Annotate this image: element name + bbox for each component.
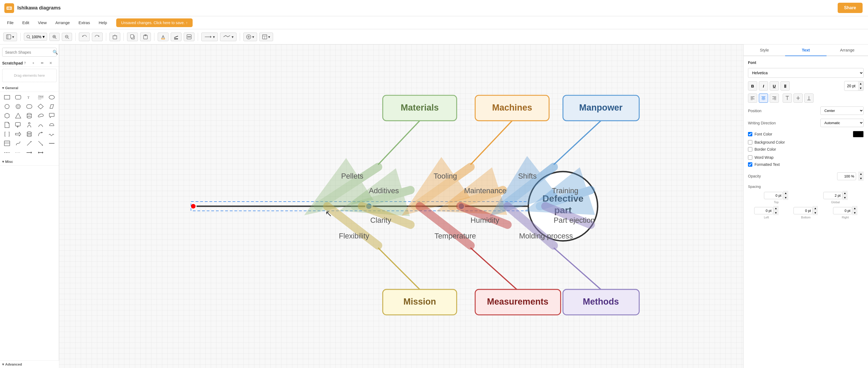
canvas-area[interactable]: Defective part Materials Pellets Additiv… bbox=[59, 44, 743, 368]
font-size-input[interactable] bbox=[844, 83, 858, 89]
handle-endpoint[interactable] bbox=[190, 204, 196, 209]
shape-triangle[interactable] bbox=[13, 111, 23, 120]
spacing-left-up[interactable]: ▲ bbox=[773, 206, 779, 211]
scratchpad-help-icon[interactable]: ? bbox=[23, 61, 31, 65]
menu-view[interactable]: View bbox=[34, 19, 51, 27]
misc-category[interactable]: ▾ Misc bbox=[0, 158, 59, 165]
shape-curved-arrow[interactable] bbox=[35, 130, 46, 139]
menu-edit[interactable]: Edit bbox=[19, 19, 33, 27]
shape-rounded-rect2[interactable] bbox=[24, 102, 35, 111]
general-category[interactable]: ▾ General bbox=[0, 84, 59, 92]
add-btn[interactable]: ▾ bbox=[243, 32, 257, 41]
delete-btn[interactable] bbox=[110, 32, 120, 41]
shape-cylinder[interactable] bbox=[24, 111, 35, 120]
opacity-up[interactable]: ▲ bbox=[858, 172, 864, 176]
paste-btn[interactable] bbox=[140, 32, 151, 41]
shape-person[interactable] bbox=[24, 121, 35, 129]
zoom-out-btn[interactable] bbox=[62, 33, 72, 41]
shape-rounded-rect[interactable] bbox=[13, 93, 23, 102]
shape-hexagon[interactable] bbox=[2, 111, 12, 120]
shape-arrow-right[interactable] bbox=[13, 130, 23, 139]
zoom-in-btn[interactable] bbox=[49, 33, 60, 41]
waypoint-btn[interactable]: ▾ bbox=[220, 32, 237, 41]
shape-cloud[interactable] bbox=[35, 111, 46, 120]
underline-btn[interactable]: U bbox=[770, 81, 779, 91]
valign-top-btn[interactable] bbox=[783, 93, 792, 103]
zoom-box[interactable]: 100% ▾ bbox=[24, 33, 47, 41]
valign-middle-btn[interactable] bbox=[794, 93, 803, 103]
spacing-global-up[interactable]: ▲ bbox=[842, 191, 848, 195]
shape-doc[interactable] bbox=[2, 121, 12, 129]
copy-btn[interactable] bbox=[127, 32, 138, 41]
font-size-up[interactable]: ▲ bbox=[858, 81, 863, 86]
shape-s-curve[interactable] bbox=[13, 139, 23, 148]
shape-list[interactable] bbox=[2, 139, 12, 148]
shape-rectangle[interactable] bbox=[2, 93, 12, 102]
align-right-btn[interactable] bbox=[770, 93, 779, 103]
share-button[interactable]: Share bbox=[838, 3, 863, 13]
spacing-top-up[interactable]: ▲ bbox=[783, 191, 788, 195]
spacing-left-down[interactable]: ▼ bbox=[773, 211, 779, 215]
opacity-down[interactable]: ▼ bbox=[858, 176, 864, 181]
shape-ellipse[interactable] bbox=[46, 93, 57, 102]
shape-database[interactable] bbox=[24, 130, 35, 139]
shape-circle[interactable] bbox=[2, 102, 12, 111]
spacing-right-input[interactable] bbox=[833, 207, 852, 214]
word-wrap-checkbox[interactable] bbox=[748, 155, 752, 160]
shape-dotted-line[interactable] bbox=[13, 148, 23, 157]
scratchpad-edit-icon[interactable]: ✏ bbox=[40, 61, 48, 65]
unsaved-changes-button[interactable]: Unsaved changes. Click here to save. ↑ bbox=[116, 19, 193, 27]
spacing-right-down[interactable]: ▼ bbox=[852, 211, 858, 215]
redo-btn[interactable] bbox=[92, 32, 103, 41]
undo-btn[interactable] bbox=[79, 32, 90, 41]
menu-file[interactable]: File bbox=[3, 19, 17, 27]
shape-square-brackets[interactable] bbox=[2, 130, 12, 139]
shape-diagonal-arrow[interactable] bbox=[24, 139, 35, 148]
shape-arc[interactable] bbox=[35, 121, 46, 129]
search-shapes-container[interactable]: 🔍 bbox=[2, 48, 57, 57]
spacing-left-input[interactable] bbox=[754, 207, 773, 214]
align-center-btn[interactable] bbox=[759, 93, 768, 103]
fill-color-btn[interactable] bbox=[158, 32, 168, 41]
bold-btn[interactable]: B bbox=[748, 81, 757, 91]
spacing-bottom-up[interactable]: ▲ bbox=[812, 206, 818, 211]
spacing-global-input[interactable] bbox=[823, 192, 842, 199]
menu-extras[interactable]: Extras bbox=[75, 19, 94, 27]
shape-callout[interactable] bbox=[13, 121, 23, 129]
tab-arrange[interactable]: Arrange bbox=[827, 44, 868, 56]
writing-direction-select[interactable]: Automatic bbox=[820, 119, 864, 127]
font-size-down[interactable]: ▼ bbox=[858, 86, 863, 91]
sidebar-toggle[interactable]: ▾ bbox=[3, 32, 17, 41]
tab-style[interactable]: Style bbox=[744, 44, 785, 56]
table-btn[interactable]: ▾ bbox=[259, 32, 273, 41]
shape-heading[interactable]: Headtext bbox=[35, 93, 46, 102]
shape-line[interactable] bbox=[46, 139, 57, 148]
shape-dashed-line[interactable] bbox=[2, 148, 12, 157]
font-color-checkbox[interactable] bbox=[748, 132, 752, 136]
menu-arrange[interactable]: Arrange bbox=[52, 19, 73, 27]
shape-diagonal-arrow2[interactable] bbox=[35, 139, 46, 148]
tab-text[interactable]: Text bbox=[785, 44, 827, 56]
spacing-bottom-down[interactable]: ▼ bbox=[812, 211, 818, 215]
formatted-text-checkbox[interactable] bbox=[748, 162, 752, 167]
spacing-top-input[interactable] bbox=[764, 192, 783, 199]
align-left-btn[interactable] bbox=[748, 93, 757, 103]
shape-half-circle[interactable] bbox=[46, 121, 57, 129]
spacing-global-down[interactable]: ▼ bbox=[842, 195, 848, 200]
italic-btn[interactable]: I bbox=[759, 81, 768, 91]
opacity-input[interactable] bbox=[837, 172, 856, 180]
format-btn[interactable] bbox=[184, 32, 194, 41]
scratchpad-add-icon[interactable]: + bbox=[31, 61, 39, 65]
shape-wave[interactable] bbox=[46, 130, 57, 139]
shape-double-arrow[interactable] bbox=[35, 148, 46, 157]
strikethrough-btn[interactable]: ||| bbox=[780, 81, 790, 91]
spacing-top-down[interactable]: ▼ bbox=[783, 195, 788, 200]
shape-diamond[interactable] bbox=[35, 102, 46, 111]
search-shapes-input[interactable] bbox=[5, 50, 53, 55]
shape-parallelogram[interactable] bbox=[46, 102, 57, 111]
shape-arrow-line[interactable] bbox=[24, 148, 35, 157]
scratchpad-close-icon[interactable]: ✕ bbox=[48, 61, 57, 65]
connector-btn[interactable]: ▾ bbox=[201, 32, 218, 41]
font-color-swatch[interactable] bbox=[853, 131, 864, 137]
border-color-checkbox[interactable] bbox=[748, 147, 752, 152]
